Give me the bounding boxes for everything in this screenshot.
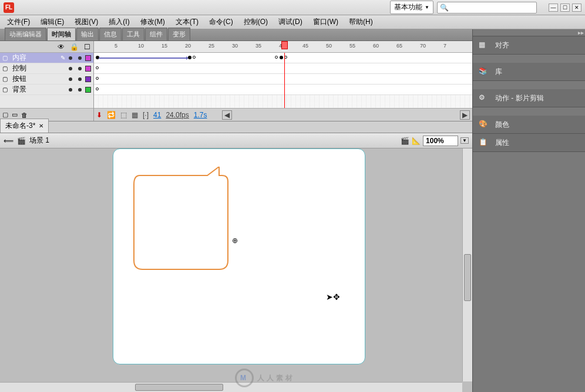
layer-color-swatch[interactable] [85,87,91,93]
edit-multiple-icon[interactable]: ▦ [132,111,138,119]
frame-row[interactable] [94,53,472,63]
panel-actions[interactable]: ⚙ 动作 - 影片剪辑 [473,89,585,107]
tab-motion-editor[interactable]: 动画编辑器 [5,28,46,40]
panel-align[interactable]: ▦ 对齐 [473,36,585,55]
menu-insert[interactable]: 插入(I) [104,15,134,29]
tab-tools[interactable]: 工具 [122,28,144,40]
layer-color-swatch[interactable] [85,76,91,82]
tab-output[interactable]: 输出 [76,28,99,40]
search-input[interactable]: 🔍 [437,2,537,13]
scene-name[interactable]: 场景 1 [29,136,49,146]
close-tab-button[interactable]: ✕ [39,123,43,129]
menu-window[interactable]: 窗口(W) [308,15,343,29]
panel-library[interactable]: 📚 库 [473,63,585,81]
keyframe[interactable] [280,56,283,59]
pencil-icon: ✎ [60,55,65,61]
move-cursor-icon: ➤✥ [326,292,340,302]
tween-span[interactable] [99,58,187,59]
document-tab[interactable]: 未命名-3* ✕ [0,119,49,133]
properties-icon: 📋 [479,138,489,147]
blank-keyframe[interactable] [96,87,99,90]
layer-icon: ▢ [2,86,8,93]
menu-text[interactable]: 文本(T) [171,15,203,29]
panel-color[interactable]: 🎨 颜色 [473,116,585,134]
menu-help[interactable]: 帮助(H) [344,15,378,29]
lock-icon[interactable]: 🔒 [70,43,78,51]
tab-timeline[interactable]: 时间轴 [47,28,76,40]
layer-content[interactable]: ▢ 内容 ✎ [0,53,93,63]
new-folder-button[interactable]: ▭ [12,111,18,119]
time-display: 1.7s [194,111,207,119]
scroll-right-button[interactable]: ▶ [460,110,470,120]
layer-name: 控制 [11,63,65,73]
layer-button[interactable]: ▢ 按钮 [0,74,93,85]
tab-transform[interactable]: 变形 [168,28,190,40]
watermark: M 人人素材 [235,369,295,387]
back-button[interactable]: ⟸ [4,137,14,145]
tab-info[interactable]: 信息 [99,28,122,40]
blank-keyframe[interactable] [275,56,278,59]
layer-icon: ▢ [2,76,8,82]
loop-icon[interactable]: 🔁 [107,111,116,119]
panel-collapse-icon[interactable]: ▸▸ [578,29,584,36]
scrollbar-thumb[interactable] [464,254,471,301]
scrollbar-thumb[interactable] [135,384,223,391]
search-field[interactable] [451,4,534,11]
new-layer-button[interactable]: ▢ [2,111,8,119]
horizontal-scrollbar[interactable] [0,382,462,392]
playhead[interactable] [284,53,285,108]
onion-skin-icon[interactable]: ⬇ [96,111,102,119]
layer-name: 内容 [11,53,57,63]
blank-keyframe[interactable] [96,77,99,80]
menu-commands[interactable]: 命令(C) [204,15,238,29]
frame-row[interactable] [94,63,472,74]
watermark-logo: M [235,369,254,387]
workspace-label: 基本功能 [394,2,422,12]
layer-name: 按钮 [11,74,65,84]
stage-area[interactable]: ⊕ ➤✥ M 人人素材 [0,148,472,392]
menu-view[interactable]: 视图(V) [70,15,103,29]
actions-icon: ⚙ [479,93,489,103]
frame-row[interactable] [94,85,472,95]
frames-area[interactable] [94,53,472,108]
vertical-scrollbar[interactable] [462,148,472,381]
speech-bubble-shape[interactable] [131,167,231,272]
align-icon: ▦ [479,40,489,50]
panel-properties[interactable]: 📋 属性 [473,134,585,152]
layer-background[interactable]: ▢ 背景 [0,85,93,95]
minimize-button[interactable]: — [549,4,558,12]
zoom-dropdown[interactable]: 100% [423,136,458,146]
panel-tabs: 动画编辑器 时间轴 输出 信息 工具 组件 变形 [0,29,472,41]
tab-components[interactable]: 组件 [145,28,167,40]
menu-control[interactable]: 控制(O) [239,15,273,29]
outline-icon[interactable]: ☐ [83,43,91,51]
menu-edit[interactable]: 编辑(E) [36,15,69,29]
blank-keyframe[interactable] [193,56,196,59]
delete-layer-button[interactable]: 🗑 [21,111,28,119]
layer-control[interactable]: ▢ 控制 [0,63,93,74]
close-button[interactable]: ✕ [572,4,581,12]
menu-modify[interactable]: 修改(M) [136,15,170,29]
workspace-dropdown[interactable]: 基本功能 ▼ [390,1,433,14]
layer-color-swatch[interactable] [85,55,91,61]
scene-icon: 🎬 [17,137,26,145]
zoom-arrow[interactable]: ▼ [460,137,469,144]
onion-outline-icon[interactable]: ⬚ [120,111,127,119]
blank-keyframe[interactable] [96,66,99,69]
edit-scene-icon[interactable]: 🎬 [401,137,409,145]
app-logo: FL [4,2,14,13]
document-tab-label: 未命名-3* [5,121,35,131]
stage[interactable] [113,148,365,364]
chevron-down-icon: ▼ [425,5,429,10]
center-frame-icon[interactable]: [·] [143,111,149,119]
keyframe[interactable] [188,56,191,59]
titlebar: FL 基本功能 ▼ 🔍 — ☐ ✕ [0,0,585,15]
eye-icon[interactable]: 👁 [57,43,65,51]
frame-row[interactable] [94,74,472,85]
scroll-left-button[interactable]: ◀ [222,110,232,120]
edit-symbol-icon[interactable]: 📐 [412,137,421,145]
menu-file[interactable]: 文件(F) [2,15,35,29]
layer-color-swatch[interactable] [85,66,91,72]
menu-debug[interactable]: 调试(D) [274,15,307,29]
maximize-button[interactable]: ☐ [560,4,570,12]
